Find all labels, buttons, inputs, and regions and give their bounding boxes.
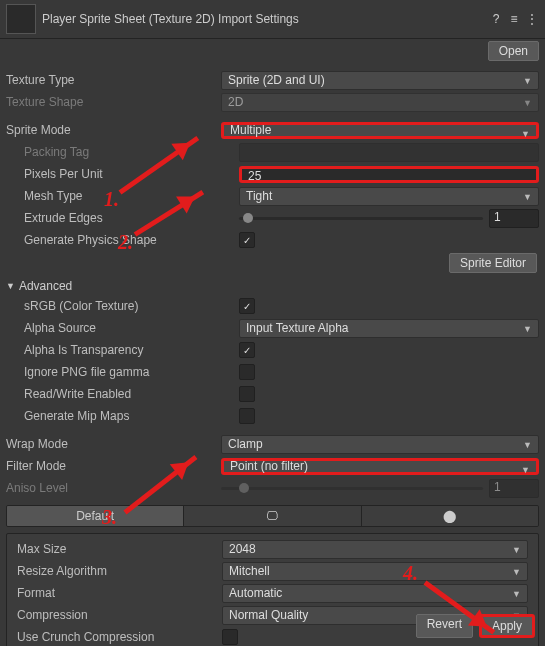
ignore-gamma-checkbox[interactable] bbox=[239, 364, 255, 380]
annotation-label: 1. bbox=[104, 188, 119, 211]
open-button[interactable]: Open bbox=[488, 41, 539, 61]
texture-shape-label: Texture Shape bbox=[6, 95, 221, 109]
chevron-down-icon: ▼ bbox=[512, 589, 521, 599]
ignore-gamma-label: Ignore PNG file gamma bbox=[6, 365, 239, 379]
chevron-down-icon: ▼ bbox=[6, 281, 15, 291]
extrude-edges-value[interactable]: 1 bbox=[489, 209, 539, 228]
read-write-checkbox[interactable] bbox=[239, 386, 255, 402]
srgb-checkbox[interactable]: ✓ bbox=[239, 298, 255, 314]
compression-label: Compression bbox=[17, 608, 222, 622]
asset-thumbnail bbox=[6, 4, 36, 34]
tab-default[interactable]: Default bbox=[7, 506, 184, 526]
chevron-down-icon: ▼ bbox=[512, 567, 521, 577]
tab-standalone[interactable]: 🖵 bbox=[184, 506, 361, 526]
ppu-label: Pixels Per Unit bbox=[6, 167, 239, 181]
alpha-transparency-label: Alpha Is Transparency bbox=[6, 343, 239, 357]
chevron-down-icon: ▼ bbox=[523, 98, 532, 108]
format-label: Format bbox=[17, 586, 222, 600]
alpha-transparency-checkbox[interactable]: ✓ bbox=[239, 342, 255, 358]
alpha-source-dropdown[interactable]: Input Texture Alpha▼ bbox=[239, 319, 539, 338]
revert-button[interactable]: Revert bbox=[416, 614, 473, 638]
android-icon: ⬤ bbox=[443, 509, 456, 523]
extrude-edges-slider[interactable]: 1 bbox=[239, 209, 539, 228]
chevron-down-icon: ▼ bbox=[523, 324, 532, 334]
packing-tag-label: Packing Tag bbox=[6, 145, 239, 159]
aniso-slider: 1 bbox=[221, 479, 539, 498]
gen-mip-label: Generate Mip Maps bbox=[6, 409, 239, 423]
texture-type-dropdown[interactable]: Sprite (2D and UI)▼ bbox=[221, 71, 539, 90]
sprite-mode-dropdown[interactable]: Multiple▼ bbox=[221, 122, 539, 139]
max-size-dropdown[interactable]: 2048▼ bbox=[222, 540, 528, 559]
chevron-down-icon: ▼ bbox=[523, 76, 532, 86]
chevron-down-icon: ▼ bbox=[523, 440, 532, 450]
srgb-label: sRGB (Color Texture) bbox=[6, 299, 239, 313]
resize-algo-label: Resize Algorithm bbox=[17, 564, 222, 578]
aniso-value: 1 bbox=[489, 479, 539, 498]
monitor-icon: 🖵 bbox=[266, 509, 278, 523]
chevron-down-icon: ▼ bbox=[521, 465, 530, 475]
tab-android[interactable]: ⬤ bbox=[362, 506, 538, 526]
format-dropdown[interactable]: Automatic▼ bbox=[222, 584, 528, 603]
sprite-editor-button[interactable]: Sprite Editor bbox=[449, 253, 537, 273]
filter-mode-dropdown[interactable]: Point (no filter)▼ bbox=[221, 458, 539, 475]
annotation-label: 2. bbox=[118, 231, 133, 254]
annotation-label: 4. bbox=[403, 562, 418, 585]
crunch-checkbox[interactable] bbox=[222, 629, 238, 645]
alpha-source-label: Alpha Source bbox=[6, 321, 239, 335]
texture-type-label: Texture Type bbox=[6, 73, 221, 87]
ppu-input[interactable]: 25 bbox=[239, 166, 539, 183]
read-write-label: Read/Write Enabled bbox=[6, 387, 239, 401]
resize-algo-dropdown[interactable]: Mitchell▼ bbox=[222, 562, 528, 581]
gen-physics-checkbox[interactable]: ✓ bbox=[239, 232, 255, 248]
chevron-down-icon: ▼ bbox=[512, 545, 521, 555]
extrude-edges-label: Extrude Edges bbox=[6, 211, 239, 225]
crunch-label: Use Crunch Compression bbox=[17, 630, 222, 644]
mesh-type-dropdown[interactable]: Tight▼ bbox=[239, 187, 539, 206]
aniso-label: Aniso Level bbox=[6, 481, 221, 495]
chevron-down-icon: ▼ bbox=[523, 192, 532, 202]
wrap-mode-dropdown[interactable]: Clamp▼ bbox=[221, 435, 539, 454]
annotation-label: 3. bbox=[102, 506, 117, 529]
max-size-label: Max Size bbox=[17, 542, 222, 556]
menu-icon[interactable]: ⋮ bbox=[525, 12, 539, 26]
help-icon[interactable]: ? bbox=[489, 12, 503, 26]
inspector-title: Player Sprite Sheet (Texture 2D) Import … bbox=[42, 12, 485, 26]
packing-tag-input bbox=[239, 143, 539, 162]
gen-mip-checkbox[interactable] bbox=[239, 408, 255, 424]
texture-shape-dropdown: 2D▼ bbox=[221, 93, 539, 112]
preset-icon[interactable]: ≡ bbox=[507, 12, 521, 26]
advanced-foldout[interactable]: ▼Advanced bbox=[0, 275, 545, 295]
chevron-down-icon: ▼ bbox=[521, 129, 530, 139]
